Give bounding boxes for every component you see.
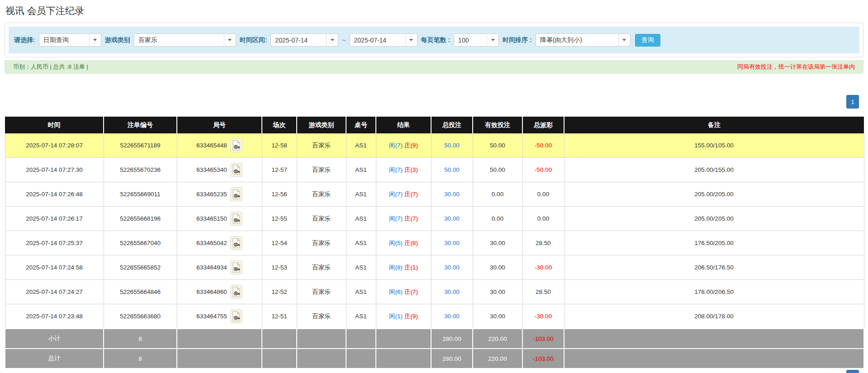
- cell-bet-id: 522655663680: [104, 304, 177, 329]
- cell-game-type: 百家乐: [297, 182, 346, 207]
- cell-round-id: 633465042: [177, 231, 262, 255]
- result-banker: 庄(7): [404, 215, 418, 222]
- cell-payout: -50.00: [522, 133, 564, 158]
- table-row: 2025-07-14 07:25:37 522655667040 6334650…: [5, 231, 864, 255]
- chevron-down-icon: [326, 34, 338, 46]
- cell-table-no: AS1: [346, 182, 376, 207]
- cell-table-no: AS1: [346, 133, 376, 158]
- cell-payout: 0.00: [522, 182, 564, 207]
- round-id-value: 633464755: [196, 313, 227, 320]
- sort-order-dropdown[interactable]: 降幂(由大到小): [536, 33, 631, 47]
- video-replay-icon[interactable]: [230, 212, 242, 226]
- total-valid-bet: 220.00: [473, 349, 522, 368]
- result-player: 闲(6): [389, 288, 403, 295]
- time-range-label: 时间区间:: [240, 36, 267, 44]
- cell-bet-id: 522655664846: [104, 280, 177, 304]
- date-to-dropdown[interactable]: 2025-07-14: [350, 33, 417, 47]
- cell-game-type: 百家乐: [297, 304, 346, 329]
- cell-payout: -30.00: [522, 255, 564, 280]
- cell-session: 12-51: [262, 304, 297, 329]
- video-replay-icon[interactable]: [230, 236, 242, 250]
- betting-records-table: 时间 注单编号 局号 场次 游戏类别 桌号 结果 总投注 有效投注 总派彩 备注…: [5, 117, 864, 369]
- query-type-dropdown[interactable]: 日期查询: [39, 33, 101, 47]
- result-banker: 庄(9): [404, 142, 418, 149]
- cell-valid-bet: 0.00: [473, 207, 522, 231]
- cell-bet-id: 522655669011: [104, 182, 177, 207]
- result-player: 闲(5): [389, 240, 403, 246]
- cell-result: 闲(7) 庄(7): [376, 207, 431, 231]
- cell-game-type: 百家乐: [297, 231, 346, 255]
- header-table-no: 桌号: [346, 117, 376, 133]
- cell-valid-bet: 30.00: [473, 255, 522, 280]
- cell-table-no: AS1: [346, 207, 376, 231]
- page-size-dropdown[interactable]: 100: [454, 33, 499, 47]
- round-id-value: 633465448: [196, 142, 227, 149]
- cell-payout: 0.00: [522, 207, 564, 231]
- filter-panel: 请选择: 日期查询 游戏类别 百家乐 时间区间: 2025-07-14 ~ 20…: [5, 23, 863, 57]
- subtotal-label: 小计: [5, 329, 104, 349]
- cell-bet-id: 522655668196: [104, 207, 177, 231]
- cell-total-bet: 30.00: [431, 207, 473, 231]
- query-type-value: 日期查询: [39, 34, 89, 46]
- page-1-button[interactable]: 1: [846, 370, 859, 373]
- video-replay-icon[interactable]: [230, 187, 242, 201]
- cell-bet-id: 522655665852: [104, 255, 177, 280]
- cell-time: 2025-07-14 07:26:48: [5, 182, 104, 207]
- cell-time: 2025-07-14 07:26:17: [5, 207, 104, 231]
- cell-result: 闲(1) 庄(9): [376, 304, 431, 329]
- cell-round-id: 633465340: [177, 158, 262, 182]
- cell-result: 闲(7) 庄(9): [376, 133, 431, 158]
- search-button[interactable]: 查询: [635, 34, 660, 47]
- filter-bar: 请选择: 日期查询 游戏类别 百家乐 时间区间: 2025-07-14 ~ 20…: [9, 27, 859, 53]
- cell-game-type: 百家乐: [297, 158, 346, 182]
- total-count: 8: [104, 349, 177, 368]
- header-payout: 总派彩: [522, 117, 564, 133]
- cell-game-type: 百家乐: [297, 255, 346, 280]
- header-total-bet: 总投注: [431, 117, 473, 133]
- chevron-down-icon: [405, 34, 417, 46]
- cell-payout: -30.00: [522, 304, 564, 329]
- video-replay-icon[interactable]: [230, 309, 242, 323]
- page-title: 视讯 会员下注纪录: [5, 5, 863, 17]
- video-replay-icon[interactable]: [230, 285, 242, 299]
- cell-valid-bet: 50.00: [473, 158, 522, 182]
- cell-valid-bet: 30.00: [473, 304, 522, 329]
- sort-order-label: 时间排序 :: [503, 36, 532, 44]
- cell-total-bet: 30.00: [431, 231, 473, 255]
- cell-bet-id: 522655670236: [104, 158, 177, 182]
- cell-table-no: AS1: [346, 280, 376, 304]
- cell-result: 闲(5) 庄(8): [376, 231, 431, 255]
- header-bet-id: 注单编号: [104, 117, 177, 133]
- chevron-down-icon: [487, 34, 498, 46]
- table-row: 2025-07-14 07:26:48 522655669011 6334652…: [5, 182, 864, 207]
- video-replay-icon[interactable]: [230, 163, 242, 177]
- cell-remark: 176.50/205.00: [564, 231, 864, 255]
- cell-time: 2025-07-14 07:28:07: [5, 133, 104, 158]
- grand-total-row: 总计 8 280.00 220.00 -103.00: [5, 349, 864, 368]
- cell-payout: 28.50: [522, 231, 564, 255]
- cell-time: 2025-07-14 07:27:30: [5, 158, 104, 182]
- total-payout: -103.00: [522, 349, 564, 368]
- chevron-down-icon: [618, 34, 630, 46]
- result-banker: 庄(8): [404, 240, 418, 246]
- cell-table-no: AS1: [346, 158, 376, 182]
- cell-bet-id: 522655671189: [104, 133, 177, 158]
- cell-session: 12-52: [262, 280, 297, 304]
- page-size-value: 100: [454, 34, 487, 46]
- cell-result: 闲(6) 庄(7): [376, 280, 431, 304]
- select-type-label: 请选择:: [14, 36, 35, 44]
- header-session: 场次: [262, 117, 297, 133]
- subtotal-count: 8: [104, 329, 177, 349]
- game-type-dropdown[interactable]: 百家乐: [134, 33, 236, 47]
- video-replay-icon[interactable]: [230, 138, 242, 152]
- video-replay-icon[interactable]: [230, 260, 242, 274]
- cell-bet-id: 522655667040: [104, 231, 177, 255]
- cell-result: 闲(8) 庄(1): [376, 255, 431, 280]
- page-1-button[interactable]: 1: [846, 95, 859, 109]
- date-from-dropdown[interactable]: 2025-07-14: [270, 33, 338, 47]
- chevron-down-icon: [224, 34, 236, 46]
- cell-round-id: 633464860: [177, 280, 262, 304]
- game-type-value: 百家乐: [134, 34, 224, 46]
- cell-total-bet: 30.00: [431, 304, 473, 329]
- cell-result: 闲(7) 庄(3): [376, 158, 431, 182]
